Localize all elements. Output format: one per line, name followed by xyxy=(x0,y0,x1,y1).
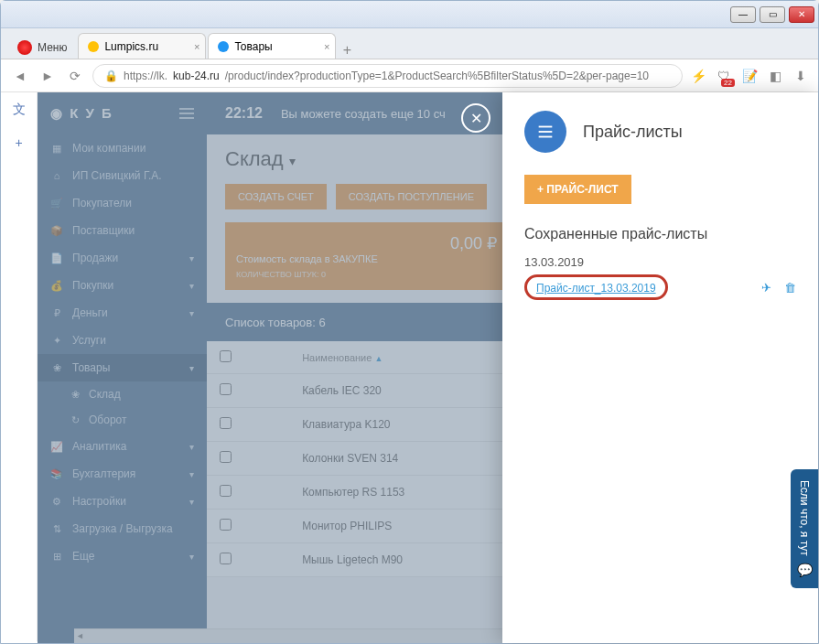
translate-icon[interactable]: 文 xyxy=(9,100,29,120)
minimize-button[interactable]: — xyxy=(730,6,756,23)
close-tab-icon[interactable]: × xyxy=(194,41,199,52)
highlight-ring: Прайс-лист_13.03.2019 xyxy=(524,274,668,300)
tab-strip: Меню Lumpics.ru × Товары × + xyxy=(1,28,818,59)
note-icon[interactable]: 📝 xyxy=(741,68,758,84)
maximize-button[interactable]: ▭ xyxy=(760,6,785,23)
opera-logo-icon xyxy=(17,40,32,55)
add-sidebar-icon[interactable]: + xyxy=(9,133,29,153)
sidebar-toggle-icon[interactable]: ◧ xyxy=(767,68,783,84)
shield-icon[interactable]: 🛡22 xyxy=(716,68,732,84)
url-field[interactable]: 🔒 https://lk.kub-24.ru/product/index?pro… xyxy=(92,64,683,88)
window-titlebar: — ▭ ✕ xyxy=(1,1,818,28)
extension-icon[interactable]: ⚡ xyxy=(690,68,706,84)
tab-label: Товары xyxy=(234,40,272,53)
close-panel-button[interactable]: ✕ xyxy=(461,103,490,133)
panel-title: Прайс-листы xyxy=(583,123,683,142)
menu-label: Меню xyxy=(38,41,67,54)
chat-icon: 💬 xyxy=(797,563,813,577)
forward-button[interactable]: ► xyxy=(38,66,58,86)
close-tab-icon[interactable]: × xyxy=(324,41,329,52)
delete-icon[interactable]: 🗑 xyxy=(784,281,796,295)
close-window-button[interactable]: ✕ xyxy=(789,6,814,23)
badge-count: 22 xyxy=(721,79,735,87)
feedback-tab[interactable]: Если что, я тут 💬 xyxy=(791,469,818,588)
list-icon xyxy=(524,111,566,153)
reload-button[interactable]: ⟳ xyxy=(65,66,85,86)
browser-sidebar: 文 + xyxy=(1,92,38,641)
url-domain: kub-24.ru xyxy=(173,70,220,82)
svg-rect-2 xyxy=(539,136,553,138)
saved-lists-heading: Сохраненные прайс-листы xyxy=(524,226,796,242)
favicon-icon xyxy=(218,41,229,52)
opera-menu-button[interactable]: Меню xyxy=(8,37,76,59)
back-button[interactable]: ◄ xyxy=(10,66,30,86)
favicon-icon xyxy=(88,41,99,52)
price-list-link[interactable]: Прайс-лист_13.03.2019 xyxy=(536,282,656,295)
tab-label: Lumpics.ru xyxy=(104,40,158,53)
new-tab-button[interactable]: + xyxy=(338,42,356,59)
lock-icon: 🔒 xyxy=(104,70,118,82)
saved-date: 13.03.2019 xyxy=(524,255,796,269)
price-lists-panel: Прайс-листы + ПРАЙС-ЛИСТ Сохраненные пра… xyxy=(502,92,818,643)
add-price-list-button[interactable]: + ПРАЙС-ЛИСТ xyxy=(524,175,631,204)
browser-tab-lumpics[interactable]: Lumpics.ru × xyxy=(78,33,206,59)
url-path: /product/index?productionType=1&ProductS… xyxy=(225,70,649,82)
url-scheme: https://lk. xyxy=(124,70,167,82)
svg-rect-1 xyxy=(539,131,553,133)
download-icon[interactable]: ⬇ xyxy=(792,68,809,84)
browser-tab-tovary[interactable]: Товары × xyxy=(208,33,336,59)
address-bar: ◄ ► ⟳ 🔒 https://lk.kub-24.ru/product/ind… xyxy=(1,59,818,92)
svg-rect-0 xyxy=(539,126,553,128)
send-icon[interactable]: ✈ xyxy=(761,281,771,295)
